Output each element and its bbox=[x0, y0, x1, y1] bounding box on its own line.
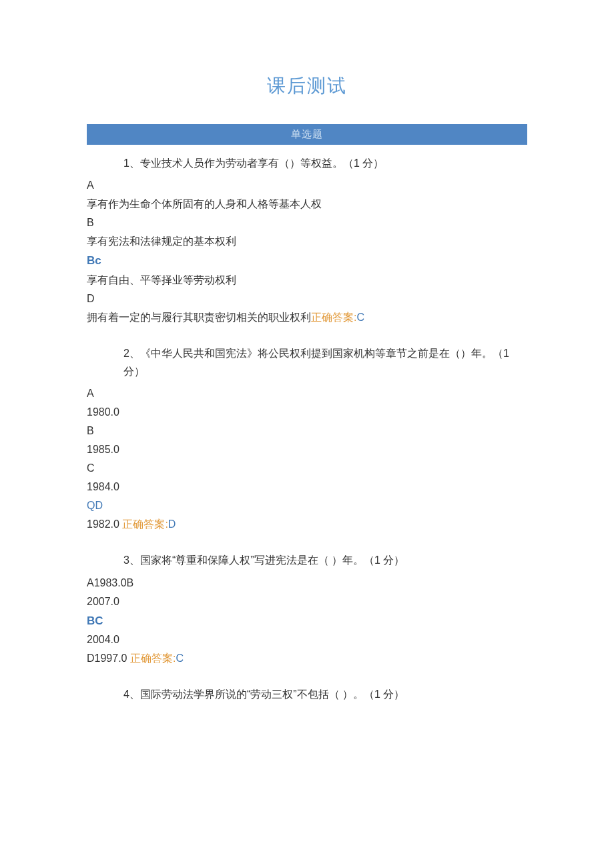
q2-opt-d-val: 1982.0 bbox=[87, 518, 119, 530]
q3-line5: D1997.0 正确答案:C bbox=[87, 649, 527, 668]
question-3-block: 3、国家将“尊重和保障人权”写进宪法是在（ ）年。（1 分） A1983.0B … bbox=[87, 551, 527, 668]
q2-qd-marker: QD bbox=[87, 496, 527, 515]
q1-opt-a-text: 享有作为生命个体所固有的人身和人格等基本人权 bbox=[87, 195, 527, 213]
q1-opt-b-letter: B bbox=[87, 213, 527, 232]
q3-line1: A1983.0B bbox=[87, 574, 527, 592]
q1-bc-marker: Bc bbox=[87, 251, 527, 271]
q3-line4: 2004.0 bbox=[87, 630, 527, 649]
question-4-text: 4、国际劳动法学界所说的“劳动三权”不包括（ ）。（1 分） bbox=[123, 685, 527, 703]
q3-bc-marker: BC bbox=[87, 611, 527, 631]
question-2-text: 2、《中华人民共和国宪法》将公民权利提到国家机构等章节之前是在（）年。（1 分） bbox=[123, 344, 527, 380]
q2-opt-c-letter: C bbox=[87, 459, 527, 478]
q1-opt-d-text: 拥有着一定的与履行其职责密切相关的职业权利 bbox=[87, 312, 311, 323]
q3-line5-prefix: D1997.0 bbox=[87, 653, 130, 664]
q2-opt-a-val: 1980.0 bbox=[87, 403, 527, 422]
question-1-block: 1、专业技术人员作为劳动者享有（）等权益。（1 分） A 享有作为生命个体所固有… bbox=[87, 154, 527, 327]
q1-answer-letter: C bbox=[356, 312, 364, 323]
q2-opt-b-val: 1985.0 bbox=[87, 440, 527, 459]
q3-line2: 2007.0 bbox=[87, 592, 527, 611]
q3-answer-letter: C bbox=[176, 653, 184, 664]
q3-answer-label: 正确答案: bbox=[130, 653, 176, 664]
question-1-text: 1、专业技术人员作为劳动者享有（）等权益。（1 分） bbox=[123, 154, 527, 172]
q1-opt-b-text: 享有宪法和法律规定的基本权利 bbox=[87, 232, 527, 251]
q1-opt-c-text: 享有自由、平等择业等劳动权利 bbox=[87, 271, 527, 290]
question-3-text: 3、国家将“尊重和保障人权”写进宪法是在（ ）年。（1 分） bbox=[123, 551, 527, 569]
question-4-block: 4、国际劳动法学界所说的“劳动三权”不包括（ ）。（1 分） bbox=[87, 685, 527, 703]
question-2-block: 2、《中华人民共和国宪法》将公民权利提到国家机构等章节之前是在（）年。（1 分）… bbox=[87, 344, 527, 534]
q2-opt-a-letter: A bbox=[87, 384, 527, 403]
q2-opt-c-val: 1984.0 bbox=[87, 478, 527, 496]
document-page: 课后测试 单选题 1、专业技术人员作为劳动者享有（）等权益。（1 分） A 享有… bbox=[0, 0, 614, 868]
q1-opt-a-letter: A bbox=[87, 176, 527, 195]
page-title: 课后测试 bbox=[87, 73, 527, 99]
q1-opt-d-letter: D bbox=[87, 290, 527, 308]
q1-opt-d-line: 拥有着一定的与履行其职责密切相关的职业权利正确答案:C bbox=[87, 308, 527, 327]
section-header-bar: 单选题 bbox=[87, 124, 527, 145]
q2-opt-d-line: 1982.0 正确答案:D bbox=[87, 515, 527, 534]
q2-opt-b-letter: B bbox=[87, 422, 527, 440]
q2-answer-label: 正确答案: bbox=[122, 518, 168, 530]
q2-answer-letter: D bbox=[168, 518, 176, 530]
q1-answer-label: 正确答案: bbox=[311, 312, 356, 323]
